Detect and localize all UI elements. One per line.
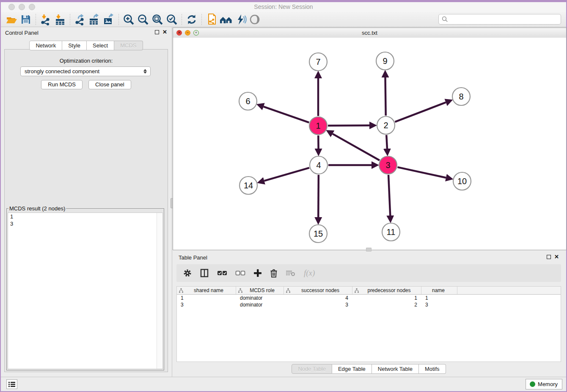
table-row[interactable]: 1dominator411 [177,295,561,301]
home-button[interactable] [219,13,233,26]
table-cell[interactable]: 3 [177,302,236,308]
result-scrollbar[interactable] [157,213,162,369]
export-network-button[interactable] [73,13,87,26]
table-cell[interactable]: dominator [236,302,284,308]
zoom-selected-button[interactable] [165,13,179,26]
search-input[interactable] [450,15,561,24]
tab-node-table[interactable]: Node Table [292,364,332,374]
table-settings-button[interactable] [183,269,192,277]
table-row[interactable]: 3dominator323 [177,301,561,308]
graphics-details-button[interactable] [233,13,248,26]
birds-eye-button[interactable] [248,13,262,26]
show-columns-button[interactable] [200,268,209,278]
tab-network-table[interactable]: Network Table [372,364,419,374]
select-all-button[interactable] [217,270,227,276]
graph-edge-4-14[interactable] [264,168,309,181]
open-session-button[interactable] [4,13,19,26]
zoom-in-icon [122,13,135,26]
import-table-button[interactable] [53,13,67,26]
tree-icon [179,288,183,293]
add-column-button[interactable] [253,269,262,277]
graph-edge-3-10[interactable] [397,167,446,178]
table-cell[interactable]: 4 [284,295,352,301]
columns-icon [200,268,209,278]
graph-edge-2-3[interactable] [386,135,387,149]
graph-node-label: 6 [245,97,250,106]
criterion-selected-value: strongly connected component [21,68,141,75]
control-panel-header: Control Panel ✕ [1,27,171,38]
graph-edge-1-6[interactable] [264,107,309,123]
network-graph[interactable]: 7968124314101511 [173,38,566,250]
graph-node-1[interactable]: 1 [309,117,327,135]
zoom-fit-icon [151,13,164,26]
unselect-all-button[interactable] [235,270,245,276]
graph-edge-4-15[interactable] [318,175,319,217]
graph-node-15[interactable]: 15 [309,225,327,243]
graph-node-11[interactable]: 11 [382,223,400,241]
run-mcds-button[interactable]: Run MCDS [41,80,83,89]
graph-node-14[interactable]: 14 [239,177,257,194]
control-panel-float-button[interactable] [155,30,159,34]
tab-mcds[interactable]: MCDS [114,41,143,50]
control-panel-close-button[interactable]: ✕ [162,30,167,35]
graph-node-6[interactable]: 6 [239,92,257,110]
memory-button[interactable]: Memory [526,379,562,389]
home-icon [219,14,233,25]
refresh-button[interactable] [184,13,199,26]
graph-edge-3-1[interactable] [333,134,380,160]
zoom-fit-button[interactable] [150,13,165,26]
network-resize-grip[interactable] [366,248,372,251]
criterion-select[interactable]: strongly connected component [20,66,151,76]
column-header-name[interactable]: name [421,287,457,294]
export-image-button[interactable] [102,13,116,26]
save-session-button[interactable] [19,13,33,26]
close-panel-button[interactable]: Close panel [88,80,131,89]
delete-column-button[interactable] [270,269,278,278]
document-network-button[interactable] [204,13,219,26]
table-cell[interactable]: dominator [236,295,284,301]
tab-style[interactable]: Style [62,41,87,50]
table-cell[interactable]: 3 [421,302,457,308]
graph-node-4[interactable]: 4 [310,156,328,174]
column-header-mcds-role[interactable]: MCDS role [236,287,284,294]
tab-edge-table[interactable]: Edge Table [332,364,372,374]
graph-node-7[interactable]: 7 [309,53,327,71]
graph-node-2[interactable]: 2 [377,116,395,134]
import-table-icon [54,14,66,25]
function-builder-button[interactable]: f(x) [304,268,315,278]
zoom-out-button[interactable] [136,13,150,26]
delete-table-button[interactable] [286,270,296,276]
network-window-titlebar[interactable]: ✕ − + scc.txt [173,28,566,38]
column-header-successor-nodes[interactable]: successor nodes [284,287,352,294]
graph-node-9[interactable]: 9 [376,52,394,70]
table-cell[interactable]: 3 [284,302,352,308]
table-panel-close-button[interactable]: ✕ [554,254,559,259]
graph-node-8[interactable]: 8 [452,88,470,105]
export-table-button[interactable] [87,13,102,26]
tab-network[interactable]: Network [29,41,62,50]
graph-edge-2-9[interactable] [385,77,386,116]
table-cell[interactable]: 2 [352,302,421,308]
zoom-in-button[interactable] [121,13,136,26]
table-cell[interactable]: 1 [177,295,236,301]
tab-motifs[interactable]: Motifs [419,364,446,374]
network-canvas[interactable]: 7968124314101511 [173,38,566,250]
task-history-button[interactable] [6,379,17,389]
table-cell[interactable]: 1 [421,295,457,301]
mcds-result-list[interactable]: 1 3 [8,213,163,369]
graph-edge-2-8[interactable] [395,102,446,122]
graph-node-label: 9 [383,56,387,66]
graph-node-10[interactable]: 10 [453,172,471,190]
table-cell[interactable]: 1 [352,295,421,301]
table-panel-float-button[interactable] [547,255,551,259]
graph-node-3[interactable]: 3 [379,156,397,174]
search-field[interactable] [438,14,561,25]
import-network-button[interactable] [39,13,53,26]
search-icon [442,16,448,22]
mcds-result-item: 3 [8,220,162,227]
column-header-predecessor-nodes[interactable]: predecessor nodes [352,287,421,294]
graph-edge-1-2[interactable] [328,125,369,126]
column-header-shared-name[interactable]: shared name [177,287,236,294]
tab-select[interactable]: Select [87,41,114,50]
graph-edge-3-11[interactable] [388,175,390,215]
